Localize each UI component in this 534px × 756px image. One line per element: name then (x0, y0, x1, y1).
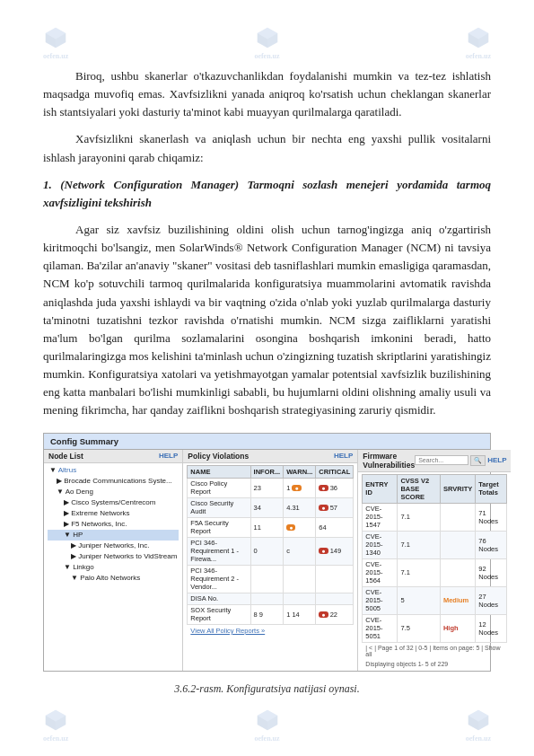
footer-logos: oefen.uz oefen.uz oefen.uz (43, 708, 491, 743)
policy-violations-content: NAME INFOR... WARN... CRITICAL Cisco Pol… (183, 463, 357, 638)
row-info: 23 (250, 478, 284, 497)
table-row: CVE-2015-5005 5 Medium 27 Nodes (363, 586, 507, 614)
row-warn: ● (284, 517, 316, 537)
node-item-juniper2[interactable]: ▶ Juniper Networks to VidStream (48, 551, 179, 562)
table-row: CVE-2015-1547 7.1 71 Nodes (363, 503, 507, 531)
node-item-aodeng[interactable]: ▼ Ao Deng (48, 487, 179, 497)
fw-entry-id: CVE-2015-1547 (363, 503, 398, 531)
fw-target: 92 Nodes (476, 558, 507, 586)
row-warn: 1 14 (284, 604, 316, 624)
row-info (250, 593, 284, 604)
node-item-cisco[interactable]: ▶ Cisco Systems/Centrecom (48, 497, 179, 508)
row-critical: ● 57 (316, 497, 354, 517)
fw-severity (440, 503, 475, 531)
node-item-juniper1[interactable]: ▶ Juniper Networks, Inc. (48, 541, 179, 551)
node-list-title: Node List (48, 452, 83, 461)
row-name: PCI 346- Requirement 1 - Firewa... (188, 537, 250, 565)
fw-col-severity: SRVRITY (440, 474, 475, 503)
firmware-help[interactable]: HELP (487, 456, 506, 464)
firmware-search-button[interactable]: 🔍 (470, 455, 486, 466)
config-summary-title: Config Summary (44, 434, 490, 450)
firmware-content: ENTRY ID CVSS V2 BASE SCORE SRVRITY Targ… (358, 472, 511, 671)
firmware-pagination: | < | Page 1 of 32 | 0-5 | Items on page… (362, 643, 507, 659)
fw-cvss: 7.5 (398, 614, 441, 642)
table-row: Cisco Policy Report 23 1 ● ● 36 (188, 478, 354, 497)
firmware-display-info: Displaying objects 1- 5 of 229 (362, 659, 507, 669)
node-item-linkgo[interactable]: ▼ Linkgo (48, 562, 179, 573)
row-info: 8 9 (250, 604, 284, 624)
row-critical (316, 565, 354, 593)
row-name: Cisco Security Audit (188, 497, 250, 517)
row-name: DISA No. (188, 593, 250, 604)
node-item-f5[interactable]: ▶ F5 Networks, Inc. (48, 519, 179, 530)
firmware-search-box: 🔍 HELP (415, 452, 506, 470)
fw-severity (440, 531, 475, 558)
fw-entry-id: CVE-2015-1564 (363, 558, 398, 586)
row-critical: ● 149 (316, 537, 354, 565)
node-item-brocade[interactable]: ▶ Brocade Communications Syste... (48, 476, 179, 487)
firmware-vulnerabilities-panel: Firmware Vulnerabilities 🔍 HELP ENTRY ID… (358, 450, 511, 671)
col-name: NAME (188, 465, 250, 478)
row-critical: ● 22 (316, 604, 354, 624)
policy-violations-header: Policy Violations HELP (183, 450, 357, 463)
row-critical (316, 593, 354, 604)
node-list-content: ▼ Altrus ▶ Brocade Communications Syste.… (44, 463, 182, 585)
col-info: INFOR... (250, 465, 284, 478)
node-item-altrus[interactable]: ▼ Altrus (48, 465, 179, 476)
footer-logo-left: oefen.uz (43, 708, 68, 743)
firmware-search-input[interactable] (415, 455, 468, 465)
fw-entry-id: CVE-2015-5005 (363, 586, 398, 614)
row-info (250, 565, 284, 593)
policy-violations-panel: Policy Violations HELP NAME INFOR... WAR… (183, 450, 358, 671)
row-warn: c (284, 537, 316, 565)
fw-severity (440, 558, 475, 586)
fw-target: 71 Nodes (476, 503, 507, 531)
fw-entry-id: CVE-2015-5051 (363, 614, 398, 642)
table-row: CVE-2015-1564 7.1 92 Nodes (363, 558, 507, 586)
policy-violations-help[interactable]: HELP (334, 452, 353, 461)
node-list-header: Node List HELP (44, 450, 182, 463)
row-warn: 1 ● (284, 478, 316, 497)
firmware-title: Firmware Vulnerabilities (363, 452, 415, 470)
logo-right: oefen.uz (466, 25, 491, 60)
policy-violations-title: Policy Violations (188, 452, 249, 461)
node-item-hp[interactable]: ▼ HP (48, 530, 179, 541)
paragraph-3: Agar siz xavfsiz buzilishining oldini ol… (43, 221, 491, 420)
footer-logo-right: oefen.uz (466, 708, 491, 743)
row-name: SOX Security Report (188, 604, 250, 624)
paragraph-1: Biroq, ushbu skanerlar o'tkazuvchanlikda… (43, 67, 491, 121)
fw-target: 12 Nodes (476, 614, 507, 642)
table-row: DISA No. (188, 593, 354, 604)
fw-col-entry: ENTRY ID (363, 474, 398, 503)
row-critical: ● 36 (316, 478, 354, 497)
firmware-vulnerabilities-header: Firmware Vulnerabilities 🔍 HELP (358, 450, 511, 472)
fw-cvss: 5 (398, 586, 441, 614)
row-warn (284, 565, 316, 593)
header-logos: oefen.uz oefen.uz oefen.uz (43, 25, 491, 60)
fw-target: 76 Nodes (476, 531, 507, 558)
row-critical: 64 (316, 517, 354, 537)
figure-caption: 3.6.2-rasm. Konfiguratsiya natijasi oyna… (43, 681, 491, 698)
node-list-help[interactable]: HELP (159, 452, 178, 461)
row-warn: 4.31 (284, 497, 316, 517)
row-info: 0 (250, 537, 284, 565)
table-row: Cisco Security Audit 34 4.31 ● 57 (188, 497, 354, 517)
table-row: SOX Security Report 8 9 1 14 ● 22 (188, 604, 354, 624)
view-all-link[interactable]: View All Policy Reports » (187, 625, 354, 637)
col-warn: WARN... (284, 465, 316, 478)
fw-cvss: 7.1 (398, 558, 441, 586)
page-num: 1 (394, 645, 398, 651)
node-item-paloalto[interactable]: ▼ Palo Alto Networks (48, 573, 179, 584)
footer-logo-center: oefen.uz (254, 708, 279, 743)
node-item-extreme[interactable]: ▶ Extreme Networks (48, 508, 179, 519)
col-critical: CRITICAL (316, 465, 354, 478)
fw-severity: High (440, 614, 475, 642)
fw-severity: Medium (440, 586, 475, 614)
row-info: 34 (250, 497, 284, 517)
paragraph-2: Xavfsizlikni skanerlash va aniqlash uchu… (43, 130, 491, 166)
fw-entry-id: CVE-2015-1340 (363, 531, 398, 558)
fw-cvss: 7.1 (398, 531, 441, 558)
config-summary-box: Config Summary Node List HELP ▼ Altrus ▶… (43, 433, 491, 672)
fw-col-cvss: CVSS V2 BASE SCORE (398, 474, 441, 503)
fw-col-target: Target Totals (476, 474, 507, 503)
